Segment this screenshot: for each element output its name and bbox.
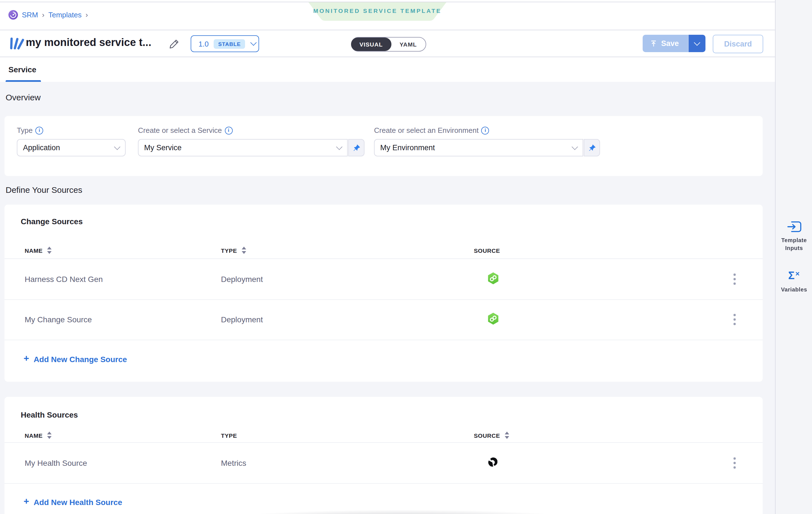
change-sources-title: Change Sources <box>21 217 83 226</box>
environment-select-value: My Environment <box>380 144 573 152</box>
version-selector[interactable]: 1.0 STABLE <box>191 35 259 52</box>
sort-icon[interactable] <box>241 247 246 254</box>
pin-icon <box>588 144 596 152</box>
change-source-row[interactable]: Harness CD Next Gen Deployment <box>4 259 763 300</box>
title-bar: my monitored service t... 1.0 STABLE VIS… <box>0 30 775 57</box>
column-header-source[interactable]: SOURCE <box>474 432 500 439</box>
info-icon[interactable]: i <box>35 126 43 134</box>
appdynamics-icon <box>487 457 497 469</box>
type-select-value: Application <box>23 144 115 152</box>
row-menu-button[interactable] <box>731 455 738 471</box>
plus-icon: + <box>24 496 29 507</box>
tab-bar: Service <box>0 57 775 82</box>
toggle-yaml[interactable]: YAML <box>390 37 427 51</box>
upload-arrow-icon <box>650 39 657 48</box>
plus-icon: + <box>24 353 29 364</box>
template-inputs-button[interactable]: Template Inputs <box>776 221 812 252</box>
column-header-source[interactable]: SOURCE <box>474 247 500 254</box>
right-rail: Template Inputs Σ✕ Variables <box>775 0 812 514</box>
monitored-service-template-page: SRM › Templates › MONITORED SERVICE TEMP… <box>0 0 812 514</box>
pin-icon <box>352 144 360 152</box>
chevron-down-icon <box>114 144 121 150</box>
row-menu-button[interactable] <box>731 271 738 287</box>
overview-card: Type i Application Create or select a Se… <box>4 116 763 176</box>
version-stable-badge: STABLE <box>214 39 245 49</box>
harness-cd-hexagon-icon <box>487 312 499 327</box>
info-icon[interactable]: i <box>225 126 232 134</box>
row-menu-button[interactable] <box>731 312 738 328</box>
sigma-x-icon: Σ✕ <box>788 270 800 282</box>
content-area: Overview Type i Application Create or se… <box>0 82 775 514</box>
service-select[interactable]: My Service <box>138 139 348 156</box>
entity-type-banner-label: MONITORED SERVICE TEMPLATE <box>309 2 446 19</box>
chevron-down-icon <box>336 144 343 150</box>
environment-label: Create or select an Environment i <box>374 126 600 134</box>
change-source-name: Harness CD Next Gen <box>4 275 221 283</box>
info-icon[interactable]: i <box>482 126 489 134</box>
chevron-down-icon <box>694 39 700 46</box>
variables-button[interactable]: Σ✕ Variables <box>776 270 812 294</box>
health-sources-header: NAME TYPE SOURCE <box>4 428 763 443</box>
add-change-source-button[interactable]: + Add New Change Source <box>24 354 127 364</box>
page-title: my monitored service t... <box>26 36 151 49</box>
environment-select[interactable]: My Environment <box>374 139 583 156</box>
version-number: 1.0 <box>199 39 209 48</box>
add-health-source-button[interactable]: + Add New Health Source <box>24 496 122 507</box>
visual-yaml-toggle: VISUAL YAML <box>351 37 427 52</box>
health-source-name: My Health Source <box>4 458 221 467</box>
discard-button[interactable]: Discard <box>713 35 763 53</box>
overview-heading: Overview <box>6 92 41 102</box>
sort-icon[interactable] <box>504 432 509 439</box>
save-options-button[interactable] <box>688 35 705 52</box>
column-header-name[interactable]: NAME <box>25 432 42 439</box>
define-sources-heading: Define Your Sources <box>6 185 82 194</box>
harness-cd-hexagon-icon <box>487 272 499 286</box>
column-header-type[interactable]: TYPE <box>221 432 237 439</box>
save-split-button: Save <box>643 35 705 52</box>
service-label: Create or select a Service i <box>138 126 365 134</box>
template-inputs-label: Template Inputs <box>776 237 812 252</box>
breadcrumb-separator: › <box>42 11 45 19</box>
srm-logo-icon <box>8 10 18 20</box>
type-select[interactable]: Application <box>17 139 126 156</box>
toggle-visual[interactable]: VISUAL <box>351 37 391 51</box>
chevron-down-icon <box>251 39 257 46</box>
save-button[interactable]: Save <box>643 35 688 52</box>
column-header-type[interactable]: TYPE <box>221 247 237 254</box>
change-source-type: Deployment <box>221 275 474 283</box>
entity-type-banner: MONITORED SERVICE TEMPLATE <box>309 2 446 21</box>
breadcrumb-separator: › <box>86 11 88 19</box>
edit-pencil-icon[interactable] <box>168 37 180 50</box>
breadcrumb: SRM › Templates › <box>8 0 88 30</box>
template-library-icon <box>8 36 23 50</box>
chevron-down-icon <box>572 144 578 150</box>
health-source-row[interactable]: My Health Source Metrics <box>4 443 763 484</box>
change-source-name: My Change Source <box>4 315 221 324</box>
breadcrumb-link-templates[interactable]: Templates <box>48 11 82 19</box>
change-source-row[interactable]: My Change Source Deployment <box>4 299 763 340</box>
health-source-type: Metrics <box>221 458 474 467</box>
environment-pin-button[interactable] <box>584 139 600 156</box>
health-sources-title: Health Sources <box>21 410 78 419</box>
variables-label: Variables <box>781 286 807 294</box>
service-select-value: My Service <box>144 144 337 152</box>
service-pin-button[interactable] <box>348 139 365 156</box>
type-label: Type i <box>17 126 126 134</box>
change-sources-header: NAME TYPE SOURCE <box>4 242 763 259</box>
column-header-name[interactable]: NAME <box>25 247 42 254</box>
tab-service[interactable]: Service <box>8 57 36 82</box>
change-sources-card: Change Sources NAME TYPE SOURCE Harness … <box>4 205 763 382</box>
sort-icon[interactable] <box>47 432 52 439</box>
template-inputs-icon <box>787 221 801 233</box>
change-source-type: Deployment <box>221 315 474 324</box>
health-sources-card: Health Sources NAME TYPE SOURCE My Healt… <box>4 397 763 514</box>
breadcrumb-link-srm[interactable]: SRM <box>22 11 38 19</box>
sort-icon[interactable] <box>47 247 52 254</box>
